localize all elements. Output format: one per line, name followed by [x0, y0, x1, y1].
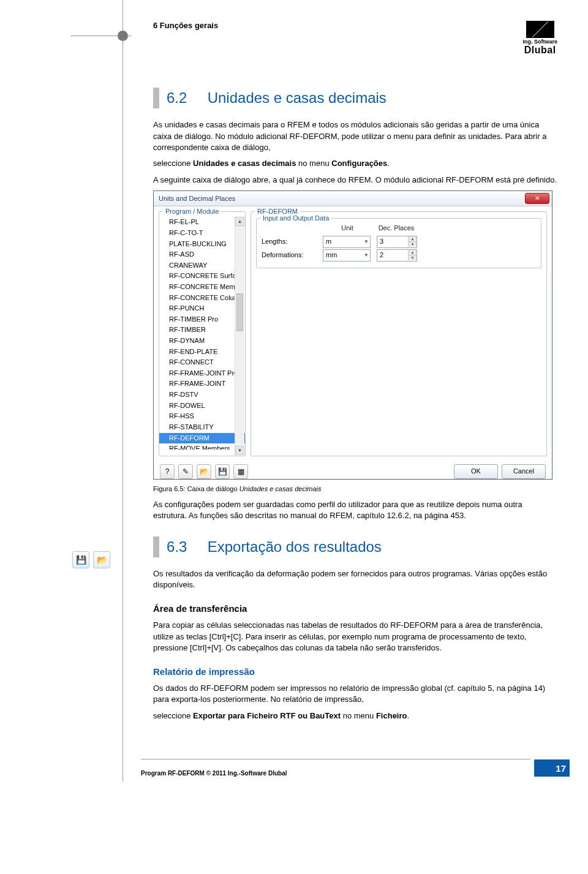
section-6-2-number: 6.2 — [167, 88, 203, 108]
module-list-scrollbar[interactable]: ▲ ▼ — [235, 217, 244, 455]
settings-row: Deformations:mm▼2▲▼ — [262, 249, 536, 262]
scroll-down-icon[interactable]: ▼ — [235, 446, 244, 455]
module-list-item[interactable]: RF-ASD — [159, 249, 245, 260]
module-list-panel: Program / Module RF-EL-PLRF-C-TO-TPLATE-… — [159, 211, 246, 456]
col-unit-label: Unit — [323, 224, 372, 233]
dialog-titlebar[interactable]: Units and Decimal Places ✕ — [154, 191, 552, 206]
details-icon[interactable]: ▦ — [233, 464, 248, 479]
s63-p2: Para copiar as células seleccionadas nas… — [153, 620, 557, 654]
module-list-item[interactable]: RF-CONCRETE Colum — [159, 293, 245, 304]
module-list-item[interactable]: RF-CONNECT — [159, 357, 245, 368]
module-list-item[interactable]: RF-CONCRETE Memb — [159, 282, 245, 293]
io-data-group: Input and Output Data Unit Dec. Places L… — [256, 218, 541, 268]
module-list-item[interactable]: RF-FRAME-JOINT — [159, 379, 245, 390]
help-icon[interactable]: ? — [160, 464, 175, 479]
brand-block: Ing. Software Dlubal — [522, 21, 557, 56]
chevron-down-icon: ▼ — [364, 252, 369, 258]
save-profile-icon[interactable]: 💾 — [215, 464, 230, 479]
module-list-legend: Program / Module — [163, 207, 221, 217]
brand-name: Dlubal — [522, 45, 557, 56]
page-horizontal-rule-l — [70, 36, 124, 36]
section-6-2-title: Unidades e casas decimais — [208, 89, 386, 106]
margin-toolbar-icons: 💾 📂 — [72, 551, 110, 568]
unit-combo[interactable]: m▼ — [323, 236, 371, 248]
dialog-title: Units and Decimal Places — [159, 194, 235, 204]
module-list-item[interactable]: RF-DSTV — [159, 390, 245, 401]
section-6-3-heading: 6.3 Exportação dos resultados — [153, 537, 557, 557]
module-list-item[interactable]: RF-DYNAM — [159, 336, 245, 347]
module-list-item[interactable]: RF-EL-PL — [159, 217, 245, 228]
units-dialog: Units and Decimal Places ✕ Program / Mod… — [153, 190, 552, 480]
dialog-close-button[interactable]: ✕ — [525, 193, 549, 204]
s62-p1: As unidades e casas decimais para o RFEM… — [153, 119, 557, 153]
open-profile-margin-icon[interactable]: 📂 — [93, 551, 110, 568]
module-list-item[interactable]: RF-STABILITY — [159, 422, 245, 433]
spin-up-icon[interactable]: ▲ — [408, 250, 417, 255]
row-label: Deformations: — [262, 251, 323, 260]
module-list-item[interactable]: RF-DEFORM — [159, 433, 245, 444]
chevron-down-icon: ▼ — [364, 238, 369, 245]
decimals-spinner[interactable]: 3▲▼ — [377, 236, 417, 248]
page-number: 17 — [534, 759, 570, 777]
module-list-item[interactable]: PLATE-BUCKLING — [159, 239, 245, 250]
decimals-spinner[interactable]: 2▲▼ — [377, 249, 417, 262]
section-6-3-title: Exportação dos resultados — [208, 538, 382, 555]
module-list-item[interactable]: RF-PUNCH — [159, 303, 245, 314]
settings-panel: RF-DEFORM Input and Output Data Unit Dec… — [251, 211, 547, 456]
footer-copyright: Program RF-DEFORM © 2011 Ing.-Software D… — [141, 770, 287, 777]
figure-caption: Figura 6.5: Caixa de diálogo Unidades e … — [153, 484, 557, 494]
section-6-2-heading: 6.2 Unidades e casas decimais — [153, 88, 557, 108]
module-list-item[interactable]: RF-HSS — [159, 411, 245, 422]
s63-p4: seleccione Exportar para Ficheiro RTF ou… — [153, 710, 557, 721]
module-list-item[interactable]: RF-DOWEL — [159, 401, 245, 412]
open-profile-icon[interactable]: 📂 — [197, 464, 211, 479]
columns-header: Unit Dec. Places — [262, 224, 536, 233]
save-profile-margin-icon[interactable]: 💾 — [72, 551, 89, 568]
col-dec-label: Dec. Places — [372, 224, 421, 233]
module-list-item[interactable]: RF-CONCRETE Surfac — [159, 271, 245, 282]
s63-p3: Os dados do RF-DEFORM podem ser impresso… — [153, 683, 557, 706]
corner-dot — [118, 31, 128, 41]
cancel-button[interactable]: Cancel — [502, 464, 546, 479]
io-data-legend: Input and Output Data — [260, 214, 331, 224]
s63-h1: Área de transferência — [153, 602, 557, 615]
settings-row: Lengths:m▼3▲▼ — [262, 236, 536, 248]
module-list-item[interactable]: RF-TIMBER Pro — [159, 314, 245, 325]
scroll-up-icon[interactable]: ▲ — [235, 217, 244, 226]
module-list-item[interactable]: RF-C-TO-T — [159, 228, 245, 239]
chapter-heading: 6 Funções gerais — [153, 21, 218, 30]
footer-rule — [141, 759, 530, 759]
unit-combo[interactable]: mm▼ — [323, 249, 371, 262]
page-vertical-rule — [123, 0, 123, 782]
spin-down-icon[interactable]: ▼ — [408, 242, 417, 247]
s62-p2: seleccione Unidades e casas decimais no … — [153, 158, 557, 169]
module-list-item[interactable]: RF-END-PLATE — [159, 347, 245, 358]
ok-button[interactable]: OK — [454, 464, 498, 479]
module-list-item[interactable]: CRANEWAY — [159, 260, 245, 271]
row-label: Lengths: — [262, 237, 323, 247]
section-6-3-number: 6.3 — [167, 537, 203, 557]
s62-p4: As configurações podem ser guardadas com… — [153, 499, 557, 522]
module-list-item[interactable]: RF-FRAME-JOINT Pro — [159, 368, 245, 379]
s62-p3: A seguinte caixa de diálogo abre, a qual… — [153, 175, 557, 186]
module-list-item[interactable]: RF-TIMBER — [159, 325, 245, 336]
brand-logo-icon — [526, 21, 554, 38]
spin-down-icon[interactable]: ▼ — [408, 255, 417, 260]
edit-icon[interactable]: ✎ — [178, 464, 193, 479]
module-list-item[interactable]: RF-MOVE Members — [159, 443, 245, 450]
spin-up-icon[interactable]: ▲ — [408, 236, 417, 242]
s63-h2: Relatório de impressão — [153, 665, 557, 678]
s63-p1: Os resultados da verificação da deformaç… — [153, 568, 557, 591]
brand-subtitle: Ing. Software — [522, 39, 557, 45]
scroll-thumb[interactable] — [236, 293, 243, 331]
